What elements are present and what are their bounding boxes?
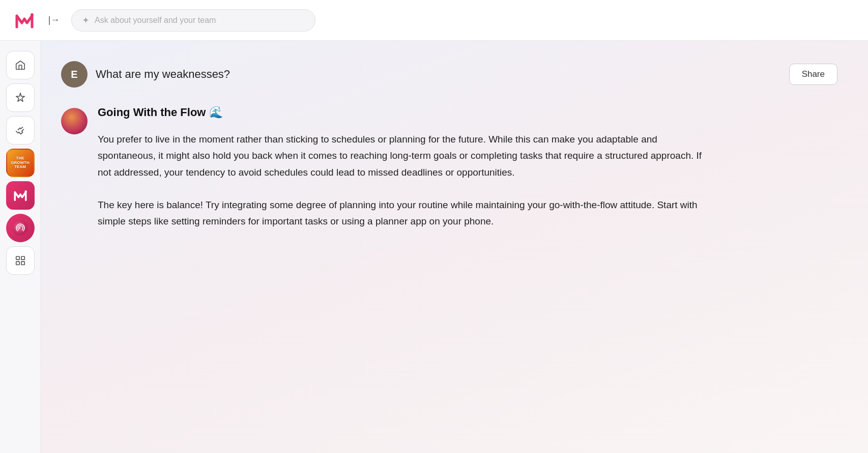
svg-point-2 [13,220,28,236]
question-row: E What are my weaknesses? Share [61,61,837,88]
sidebar-item-m-team[interactable] [6,181,35,210]
app-header: |→ ✦ Ask about yourself and your team [0,0,868,41]
sidebar-item-grid[interactable] [6,246,35,275]
content-area: E What are my weaknesses? Share Going Wi… [41,41,868,453]
search-bar[interactable]: ✦ Ask about yourself and your team [71,9,315,32]
answer-area: Going With the Flow 🌊 You prefer to live… [61,106,837,246]
fingerprint-badge [6,214,35,242]
sidebar-item-growth-team[interactable]: THEGROWTHTEAM [6,149,35,177]
user-avatar: E [61,61,88,88]
sidebar-toggle-button[interactable]: |→ [45,11,63,30]
svg-rect-3 [16,257,19,260]
m-team-badge [6,181,35,210]
question-left: E What are my weaknesses? [61,61,230,88]
sidebar-item-home[interactable] [6,51,35,79]
svg-point-0 [31,13,34,16]
sparkle-icon: ✦ [82,15,90,26]
svg-rect-4 [21,257,24,260]
question-text: What are my weaknesses? [96,68,230,81]
sidebar-item-fingerprint[interactable] [6,214,35,242]
answer-title: Going With the Flow 🌊 [98,106,837,119]
svg-rect-5 [16,262,19,265]
answer-paragraph-1: You prefer to live in the moment rather … [98,131,708,181]
sidebar-item-ai[interactable] [6,83,35,112]
answer-paragraph-2: The key here is balance! Try integrating… [98,197,708,230]
svg-point-1 [24,190,26,192]
ai-avatar [61,108,88,134]
sidebar: THEGROWTHTEAM [0,41,41,453]
growth-team-badge: THEGROWTHTEAM [6,149,35,177]
answer-content: Going With the Flow 🌊 You prefer to live… [98,106,837,246]
share-button[interactable]: Share [789,64,837,85]
app-logo [12,8,37,33]
svg-rect-6 [21,262,24,265]
search-placeholder-text: Ask about yourself and your team [95,16,216,25]
sidebar-item-partnerships[interactable] [6,116,35,145]
main-layout: THEGROWTHTEAM [0,41,868,453]
